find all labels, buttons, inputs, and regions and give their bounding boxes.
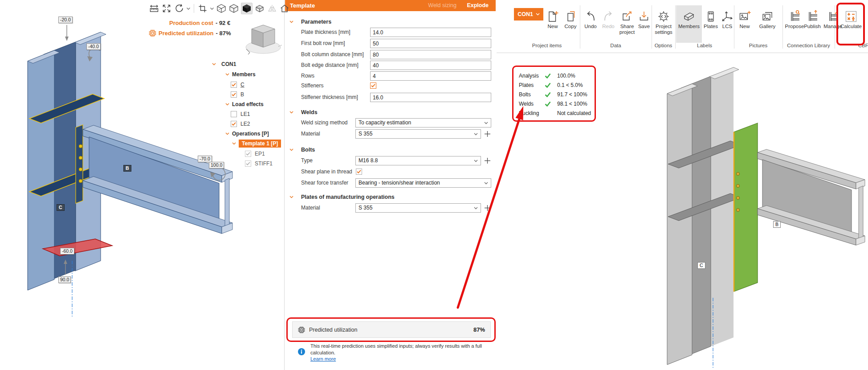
save-button[interactable]: Save [636, 5, 652, 43]
project-item-dropdown[interactable]: CON1 [514, 8, 543, 21]
view-wireframe-icon[interactable] [216, 3, 227, 14]
tree-item-label[interactable]: LE1 [240, 111, 250, 117]
tree-item-label[interactable]: Template 1 [P] [239, 140, 281, 148]
members-labels-toggle[interactable]: Members [677, 5, 701, 43]
home-view-icon[interactable] [279, 3, 290, 14]
button-label: Share [620, 24, 634, 29]
tree-item-label[interactable]: STIFF1 [255, 160, 273, 167]
share-icon [620, 9, 634, 24]
chevron-down-icon[interactable] [225, 73, 229, 76]
mirror-view-icon[interactable] [267, 3, 277, 14]
measure-icon[interactable] [149, 3, 159, 14]
section-title-plates-ops[interactable]: Plates of manufacturing operations [301, 194, 395, 200]
section-title-parameters[interactable]: Parameters [301, 19, 331, 25]
section-collapse-icon[interactable] [289, 196, 293, 198]
section-crop-icon[interactable] [197, 3, 208, 14]
weld-sizing-button-clipped[interactable]: Weld sizing [866, 5, 868, 43]
plate-icon [704, 9, 717, 24]
view-hidden-lines-icon[interactable] [228, 3, 239, 14]
project-settings-button[interactable]: Project settings [652, 5, 675, 43]
new-picture-button[interactable]: New [736, 5, 754, 43]
tree-item-label[interactable]: LE2 [240, 121, 250, 127]
save-icon [637, 9, 651, 24]
publish-button[interactable]: Publish [803, 5, 822, 43]
result-value: 98.1 < 100% [557, 101, 587, 107]
tree-node-operations[interactable]: Operations [P] [209, 129, 269, 138]
tree-item-le2[interactable]: LE2 [209, 119, 250, 128]
tab-explode[interactable]: Explode [467, 2, 489, 8]
new-item-button[interactable]: New [544, 5, 561, 43]
lcs-labels-toggle[interactable]: LCS [720, 5, 735, 43]
tree-item-member-c[interactable]: C [209, 80, 245, 89]
button-label: New [547, 24, 558, 29]
tree-node-con1[interactable]: CON1 [209, 60, 236, 69]
tree-node-label[interactable]: Members [232, 71, 256, 78]
checkbox-checked-disabled[interactable] [245, 160, 251, 167]
tree-item-template1-selected[interactable]: Template 1 [P] [209, 139, 281, 148]
rotate-view-icon[interactable] [174, 3, 184, 14]
share-project-button[interactable]: Share project [617, 5, 637, 43]
tree-item-member-b[interactable]: B [209, 90, 244, 99]
view-transparent-icon[interactable] [254, 3, 265, 14]
chevron-down-icon[interactable] [212, 63, 216, 66]
plates-material-select[interactable]: S 355 [355, 203, 481, 213]
tree-item-label[interactable]: C [240, 82, 245, 88]
chevron-down-icon[interactable] [225, 103, 229, 106]
plate-thickness-input[interactable] [370, 28, 491, 37]
rotate-dropdown-icon[interactable] [186, 3, 191, 14]
gallery-button[interactable]: Gallery [756, 5, 778, 43]
checkbox-checked[interactable] [231, 82, 237, 88]
section-collapse-icon[interactable] [289, 21, 293, 23]
result-label: Analysis [519, 73, 545, 79]
tree-node-label[interactable]: Operations [P] [232, 131, 269, 137]
section-collapse-icon[interactable] [289, 148, 293, 151]
crop-dropdown-icon[interactable] [210, 3, 214, 14]
tree-node-load-effects[interactable]: Load effects [209, 100, 264, 109]
tree-item-stiff1[interactable]: STIFF1 [209, 159, 273, 168]
bolt-column-distance-input[interactable] [370, 50, 491, 59]
ribbon-bottom-border [497, 53, 868, 53]
add-material-icon[interactable] [484, 130, 491, 137]
tree-node-members[interactable]: Members [209, 70, 256, 79]
tree-node-label[interactable]: Load effects [232, 101, 264, 107]
section-title-bolts[interactable]: Bolts [301, 147, 315, 153]
section-collapse-icon[interactable] [289, 111, 293, 114]
add-plate-material-icon[interactable] [484, 204, 491, 211]
navigation-cube[interactable] [243, 21, 284, 56]
chevron-down-icon [474, 133, 478, 136]
stiffener-thickness-input[interactable] [370, 93, 491, 102]
view-solid-icon[interactable] [241, 3, 253, 14]
chevron-down-icon[interactable] [232, 142, 236, 145]
copy-button[interactable]: Copy [561, 5, 580, 43]
tree-item-label[interactable]: EP1 [255, 151, 265, 157]
plates-labels-toggle[interactable]: Plates [702, 5, 720, 43]
field-label: Material [301, 129, 320, 139]
weld-sizing-method-select[interactable]: To capacity estimation [355, 118, 491, 127]
learn-more-link[interactable]: Learn more [310, 356, 336, 362]
checkbox-checked[interactable] [231, 91, 237, 98]
rows-input[interactable] [370, 71, 491, 81]
tree-node-label[interactable]: CON1 [221, 61, 236, 67]
propose-button[interactable]: Propose [784, 5, 805, 43]
weld-material-select[interactable]: S 355 [355, 129, 481, 139]
tree-item-label[interactable]: B [240, 91, 244, 98]
bolt-edge-distance-input[interactable] [370, 61, 491, 70]
chevron-down-icon[interactable] [225, 132, 229, 135]
redo-button[interactable]: Redo [599, 5, 617, 43]
bolt-type-select[interactable]: M16 8.8 [355, 156, 481, 165]
connection-upload-icon [806, 9, 819, 24]
add-bolt-type-icon[interactable] [484, 157, 491, 164]
checkbox-unchecked[interactable] [231, 111, 237, 117]
checkbox-checked-disabled[interactable] [245, 151, 251, 157]
undo-button[interactable]: Undo [582, 5, 599, 43]
tree-item-ep1[interactable]: EP1 [209, 149, 265, 158]
section-title-welds[interactable]: Welds [301, 109, 318, 115]
tab-weld-sizing[interactable]: Weld sizing [428, 2, 456, 8]
stiffeners-checkbox[interactable] [370, 82, 376, 89]
fit-view-icon[interactable] [161, 3, 172, 14]
first-bolt-row-input[interactable] [370, 39, 491, 48]
checkbox-checked[interactable] [231, 121, 237, 127]
tree-item-le1[interactable]: LE1 [209, 110, 250, 119]
shear-force-transfer-select[interactable]: Bearing - tension/shear interaction [355, 178, 491, 188]
shear-plane-checkbox[interactable] [356, 169, 362, 175]
